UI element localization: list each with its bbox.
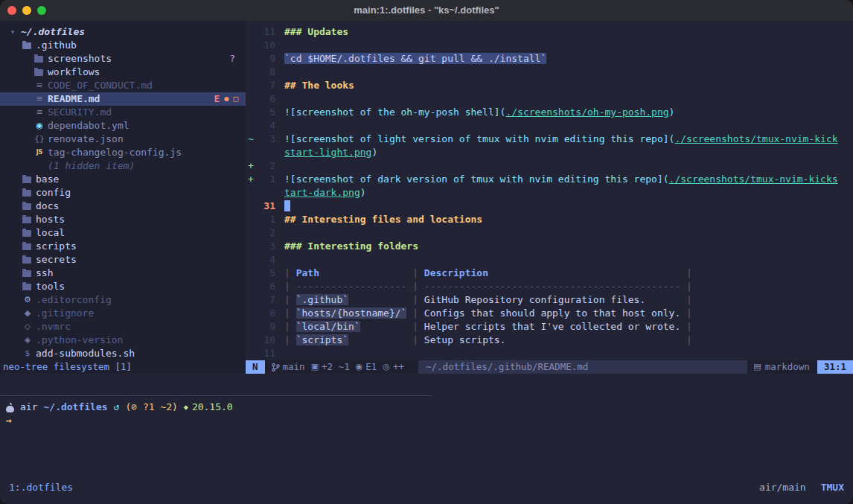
zoom-window-button[interactable]	[37, 6, 46, 15]
line-number: 31	[256, 200, 275, 213]
editor-line[interactable]: +2	[246, 159, 853, 173]
editor-line[interactable]: 5![screenshot of the oh-my-posh shell](.…	[246, 106, 853, 119]
apple-icon	[6, 403, 14, 412]
sign-column	[246, 240, 256, 253]
git-branch[interactable]: main	[272, 360, 305, 374]
line-text: ![screenshot of dark version of tmux wit…	[284, 173, 838, 186]
diagnostics-icon: ◉	[356, 360, 363, 374]
tree-item-label: .gitignore	[36, 307, 94, 320]
node-icon: ◆	[184, 401, 188, 414]
tmux-pane-divider[interactable]	[0, 395, 432, 396]
editor-line[interactable]: 11	[246, 347, 853, 360]
tree-item-label: workflows	[48, 66, 100, 79]
tree-item[interactable]: ssh	[0, 267, 246, 280]
editor-line[interactable]: 1## Interesting files and locations	[246, 213, 853, 226]
line-number: 3	[256, 133, 275, 146]
tree-item[interactable]: secrets	[0, 253, 246, 267]
tree-item[interactable]: JStag-changelog-config.js	[0, 146, 246, 159]
tree-item[interactable]: scripts	[0, 240, 246, 253]
editor-line[interactable]: 2	[246, 226, 853, 240]
file-markers: E●□	[214, 92, 238, 106]
line-text: ### Updates	[284, 25, 348, 39]
cursor	[284, 200, 290, 211]
editor-line[interactable]: 4	[246, 119, 853, 133]
editor-line[interactable]: 8	[246, 66, 853, 79]
tree-item[interactable]: ≡README.mdE●□	[0, 92, 246, 106]
editor-line[interactable]: 7| `.github` | GitHub Repository configu…	[246, 293, 853, 307]
editor-line[interactable]: 6	[246, 92, 853, 106]
folder-icon	[22, 217, 31, 223]
tree-item[interactable]: ◉dependabot.yml	[0, 119, 246, 133]
line-number: 6	[256, 92, 275, 106]
expander-icon[interactable]: ▾	[10, 25, 21, 39]
tree-item[interactable]: ◇.nvmrc	[0, 320, 246, 334]
tree-item[interactable]: tools	[0, 280, 246, 293]
tree-item[interactable]: ⚙.editorconfig	[0, 293, 246, 307]
editor-line[interactable]: 31	[246, 200, 853, 213]
editor-line[interactable]: 10	[246, 39, 853, 52]
tree-item[interactable]: {}renovate.json	[0, 133, 246, 146]
sign-column	[246, 146, 256, 159]
line-text: | `local/bin` | Helper scripts that I've…	[284, 320, 692, 334]
tree-item[interactable]: ▾~/.dotfiles	[0, 25, 246, 39]
editor-line[interactable]: 4	[246, 253, 853, 267]
tree-item[interactable]: $add-submodules.sh	[0, 347, 246, 360]
minimize-window-button[interactable]	[22, 6, 31, 15]
sign-column	[246, 200, 256, 213]
editor-line[interactable]: 3### Interesting folders	[246, 240, 853, 253]
tree-item[interactable]: ≡CODE_OF_CONDUCT.md	[0, 79, 246, 92]
folder-icon	[22, 203, 31, 210]
tmux-window-tab[interactable]: 1:.dotfiles	[9, 481, 73, 494]
tree-item-label: base	[36, 173, 59, 186]
editor-line[interactable]: 11### Updates	[246, 25, 853, 39]
sign-column	[246, 280, 256, 293]
window-controls	[7, 0, 46, 21]
statusline-right: ▤ markdown	[753, 360, 817, 374]
tree-item[interactable]: local	[0, 226, 246, 240]
sign-column	[246, 334, 256, 347]
folder-icon	[22, 270, 31, 277]
updates-icon: ◎	[383, 360, 390, 374]
tree-item-label: (1 hidden item)	[48, 159, 135, 173]
line-text: | `.github` | GitHub Repository configur…	[284, 293, 692, 307]
tree-hidden-note: (1 hidden item)	[0, 159, 246, 173]
window-title: main:1:.dotfiles - "ks~/.dotfiles"	[354, 4, 499, 17]
tree-item-label: add-submodules.sh	[36, 347, 135, 360]
tree-item[interactable]: .github	[0, 39, 246, 52]
tree-item[interactable]: screenshots?	[0, 52, 246, 66]
close-window-button[interactable]	[7, 6, 16, 15]
editor-line[interactable]: +1![screenshot of dark version of tmux w…	[246, 173, 853, 186]
line-number: 5	[256, 267, 275, 280]
editor-line[interactable]: 9`cd $HOME/.dotfiles && git pull && ./in…	[246, 52, 853, 66]
statusline-filepath: ~/.dotfiles/.github/README.md	[418, 360, 747, 374]
editor-line[interactable]: ~3![screenshot of light version of tmux …	[246, 133, 853, 146]
tree-item[interactable]: ≡SECURITY.md	[0, 106, 246, 119]
editor-line[interactable]: tart-dark.png)	[246, 186, 853, 200]
editor-line[interactable]: 9| `local/bin` | Helper scripts that I'v…	[246, 320, 853, 334]
prompt-arrow: →	[6, 414, 12, 427]
editor-line[interactable]: 6| ------------------- | ---------------…	[246, 280, 853, 293]
tree-item[interactable]: base	[0, 173, 246, 186]
sign-column	[246, 213, 256, 226]
tree-item[interactable]: ◈.python-version	[0, 334, 246, 347]
terminal-window: main:1:.dotfiles - "ks~/.dotfiles" ▾~/.d…	[0, 0, 853, 504]
tree-item[interactable]: docs	[0, 200, 246, 213]
editor-line[interactable]: 10| `scripts` | Setup scripts. |	[246, 334, 853, 347]
editor-line[interactable]: 8| `hosts/{hostname}/` | Configs that sh…	[246, 307, 853, 320]
tree-item[interactable]: hosts	[0, 213, 246, 226]
editor-pane[interactable]: 11### Updates109`cd $HOME/.dotfiles && g…	[246, 21, 853, 360]
gear-file-icon: ⚙	[22, 293, 33, 307]
sign-column	[246, 307, 256, 320]
tree-item[interactable]: config	[0, 186, 246, 200]
sign-column	[246, 25, 256, 39]
tree-item[interactable]: ◆.gitignore	[0, 307, 246, 320]
editor-line[interactable]: start-light.png)	[246, 146, 853, 159]
tree-item[interactable]: workflows	[0, 66, 246, 79]
folder-icon	[22, 284, 31, 290]
editor-line[interactable]: 7## The looks	[246, 79, 853, 92]
tree-item-label: README.md	[48, 92, 100, 106]
js-file-icon: JS	[34, 146, 45, 159]
tree-item-label: screenshots	[48, 52, 112, 66]
line-text: | `scripts` | Setup scripts. |	[284, 334, 692, 347]
editor-line[interactable]: 5| Path | Description |	[246, 267, 853, 280]
